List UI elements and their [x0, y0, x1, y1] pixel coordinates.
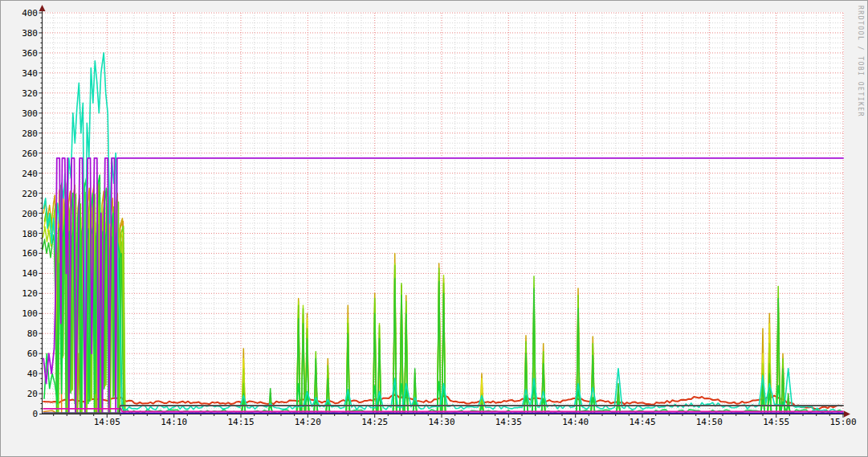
y-tick-label: 240: [22, 169, 38, 179]
y-tick-label: 80: [27, 328, 38, 339]
x-tick-label: 14:25: [361, 417, 388, 426]
watermark: RRDTOOL / TOBI OETIKER: [857, 6, 864, 117]
x-tick-label: 14:45: [629, 417, 655, 426]
y-tick-label: 0: [32, 409, 38, 419]
y-tick-label: 400: [22, 8, 38, 18]
y-tick-label: 20: [27, 389, 38, 399]
x-tick-label: 14:05: [94, 417, 120, 426]
y-tick-label: 100: [22, 308, 38, 319]
y-tick-label: 360: [22, 48, 38, 59]
y-tick-label: 140: [22, 268, 38, 279]
y-tick-label: 60: [27, 349, 38, 359]
y-tick-label: 180: [22, 229, 38, 239]
x-tick-label: 14:55: [763, 417, 789, 426]
y-tick-label: 160: [22, 248, 38, 259]
y-tick-label: 40: [27, 369, 38, 379]
x-tick-label: 14:50: [696, 417, 723, 426]
x-tick-label: 14:20: [295, 417, 321, 426]
x-tick-label: 14:30: [428, 417, 454, 426]
y-tick-label: 260: [22, 149, 38, 159]
rrdtool-graph: 0204060801001201401601802002202402602803…: [0, 0, 868, 457]
x-tick-label: 14:40: [562, 417, 589, 426]
x-tick-label: 14:15: [227, 417, 254, 426]
y-tick-label: 340: [22, 68, 38, 79]
x-tick-label: 15:00: [829, 417, 856, 426]
y-tick-label: 220: [22, 189, 38, 199]
x-tick-label: 14:10: [161, 417, 187, 426]
rrd-chart-svg: 0204060801001201401601802002202402602803…: [1, 1, 868, 426]
x-tick-label: 14:35: [495, 417, 522, 426]
y-tick-label: 320: [22, 88, 38, 99]
y-tick-label: 200: [22, 209, 38, 219]
y-tick-label: 380: [22, 28, 38, 39]
graph-canvas: 0204060801001201401601802002202402602803…: [1, 1, 868, 426]
y-axis-arrow-icon: [39, 5, 46, 11]
legend: Windspeed AVGerror_number AVGrotor speed…: [1, 426, 868, 455]
y-tick-label: 300: [22, 108, 38, 119]
y-tick-label: 280: [22, 129, 38, 139]
y-tick-label: 120: [22, 288, 38, 299]
